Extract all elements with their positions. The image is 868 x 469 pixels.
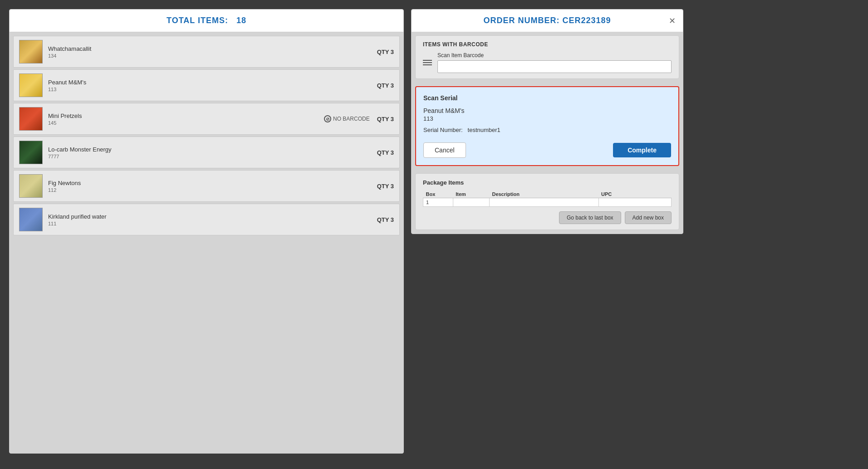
item-name: Lo-carb Monster Energy (48, 146, 377, 153)
serial-number-value: testnumber1 (468, 127, 500, 133)
total-items-count: 18 (236, 16, 246, 25)
item-id: 145 (48, 120, 324, 126)
item-image (19, 107, 43, 131)
cancel-button[interactable]: Cancel (423, 142, 466, 158)
item-qty: QTY 3 (377, 183, 394, 190)
cell-description (489, 198, 598, 207)
item-right: QTY 3 (377, 49, 394, 55)
item-id: 134 (48, 53, 377, 59)
total-items-label: TOTAL ITEMS: (167, 16, 228, 25)
list-item[interactable]: Lo-carb Monster Energy 7777 QTY 3 (13, 137, 400, 168)
col-item: Item (453, 191, 489, 198)
scan-serial-section: Scan Serial Peanut M&M's 113 Serial Numb… (415, 86, 679, 166)
item-id: 112 (48, 187, 377, 193)
package-table: Box Item Description UPC 1 (423, 191, 672, 207)
scan-serial-item-id: 113 (423, 115, 671, 122)
col-upc: UPC (598, 191, 671, 198)
barcode-section: ITEMS WITH BARCODE Scan Item Barcode (415, 35, 679, 79)
item-image (19, 73, 43, 97)
package-section: Package Items Box Item Description UPC 1 (415, 173, 679, 230)
no-barcode-label: NO BARCODE (333, 116, 370, 122)
item-right: QTY 3 (377, 216, 394, 223)
cell-box: 1 (423, 198, 453, 207)
complete-button[interactable]: Complete (613, 143, 671, 157)
scan-serial-number-row: Serial Number: testnumber1 (423, 127, 671, 133)
list-item[interactable]: Whatchamacallit 134 QTY 3 (13, 36, 400, 68)
list-item[interactable]: Mini Pretzels 145 ⊘ NO BARCODE QTY 3 (13, 103, 400, 135)
package-actions: Go back to last box Add new box (423, 211, 672, 224)
table-row: 1 (423, 198, 672, 207)
barcode-section-title: ITEMS WITH BARCODE (423, 41, 672, 48)
menu-icon (423, 60, 432, 65)
list-item[interactable]: Peanut M&M's 113 QTY 3 (13, 69, 400, 101)
package-section-title: Package Items (423, 179, 672, 186)
item-name: Peanut M&M's (48, 79, 377, 86)
item-right: QTY 3 (377, 82, 394, 89)
barcode-input-row: Scan Item Barcode (423, 52, 672, 73)
list-item[interactable]: Fig Newtons 112 QTY 3 (13, 170, 400, 202)
scan-serial-actions: Cancel Complete (423, 142, 671, 158)
no-barcode-icon: ⊘ (324, 115, 331, 122)
no-barcode-badge: ⊘ NO BARCODE (324, 115, 370, 122)
item-id: 111 (48, 221, 377, 226)
item-qty: QTY 3 (377, 82, 394, 89)
item-image (19, 174, 43, 198)
total-items-title: TOTAL ITEMS: 18 (167, 16, 246, 25)
right-header: ORDER NUMBER: CER223189 ✕ (412, 10, 683, 32)
barcode-scan-label: Scan Item Barcode (437, 52, 672, 59)
item-id: 113 (48, 87, 377, 92)
close-button[interactable]: ✕ (669, 16, 676, 26)
add-new-box-button[interactable]: Add new box (625, 211, 672, 224)
item-info: Fig Newtons 112 (48, 180, 377, 193)
item-name: Whatchamacallit (48, 45, 377, 52)
item-info: Kirkland purified water 111 (48, 213, 377, 226)
item-qty: QTY 3 (377, 116, 394, 122)
list-item[interactable]: Kirkland purified water 111 QTY 3 (13, 204, 400, 235)
cell-upc (598, 198, 671, 207)
item-info: Peanut M&M's 113 (48, 79, 377, 92)
go-back-last-box-button[interactable]: Go back to last box (559, 211, 621, 224)
items-list: Whatchamacallit 134 QTY 3 Peanut M&M's 1… (10, 32, 403, 239)
item-image (19, 40, 43, 64)
barcode-input-group: Scan Item Barcode (437, 52, 672, 73)
order-number-title: ORDER NUMBER: CER223189 (483, 16, 611, 25)
item-qty: QTY 3 (377, 149, 394, 156)
scan-serial-item-name: Peanut M&M's (423, 107, 671, 114)
item-image (19, 208, 43, 231)
item-id: 7777 (48, 154, 377, 159)
item-info: Lo-carb Monster Energy 7777 (48, 146, 377, 159)
left-header: TOTAL ITEMS: 18 (10, 10, 403, 32)
item-right: ⊘ NO BARCODE QTY 3 (324, 115, 394, 122)
item-right: QTY 3 (377, 183, 394, 190)
item-info: Mini Pretzels 145 (48, 112, 324, 126)
item-name: Kirkland purified water (48, 213, 377, 220)
left-panel: TOTAL ITEMS: 18 Whatchamacallit 134 QTY … (9, 9, 404, 454)
cell-item (453, 198, 489, 207)
item-qty: QTY 3 (377, 216, 394, 223)
col-box: Box (423, 191, 453, 198)
right-panel: ORDER NUMBER: CER223189 ✕ ITEMS WITH BAR… (411, 9, 683, 234)
item-info: Whatchamacallit 134 (48, 45, 377, 59)
serial-number-label: Serial Number: (423, 127, 463, 133)
item-name: Fig Newtons (48, 180, 377, 186)
item-right: QTY 3 (377, 149, 394, 156)
item-image (19, 141, 43, 164)
scan-serial-title: Scan Serial (423, 94, 671, 102)
item-qty: QTY 3 (377, 49, 394, 55)
col-description: Description (489, 191, 598, 198)
item-name: Mini Pretzels (48, 112, 324, 119)
barcode-input[interactable] (437, 60, 672, 73)
